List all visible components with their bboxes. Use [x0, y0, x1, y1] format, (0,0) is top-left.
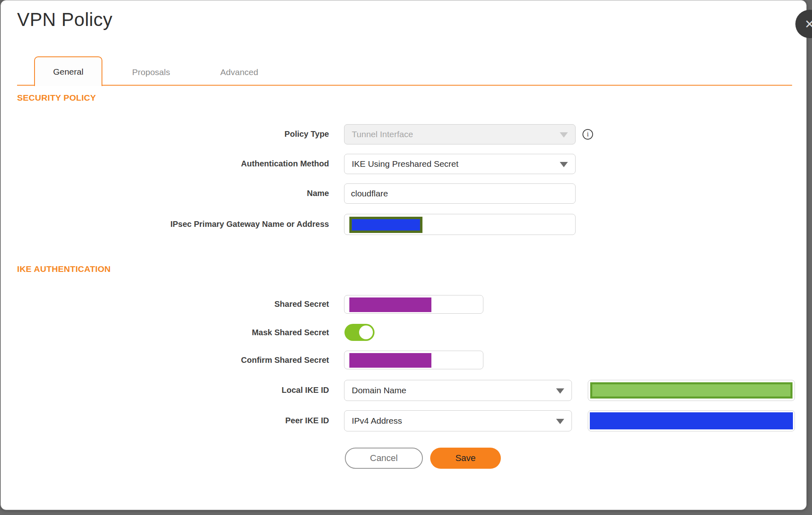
local-ike-id-select[interactable]: Domain Name — [344, 380, 572, 401]
local-ike-id-redaction-block — [590, 382, 793, 399]
auth-method-label: Authentication Method — [94, 159, 329, 168]
mask-shared-secret-label: Mask Shared Secret — [94, 328, 329, 337]
dropdown-caret-icon — [556, 419, 564, 424]
gateway-redaction-block — [349, 217, 422, 233]
confirm-shared-secret-input[interactable] — [344, 351, 483, 369]
local-ike-id-type-value: Domain Name — [352, 386, 406, 395]
name-input[interactable] — [344, 183, 576, 204]
toggle-knob — [359, 325, 373, 339]
policy-type-value: Tunnel Interface — [352, 129, 413, 139]
gateway-input[interactable] — [344, 214, 576, 235]
mask-shared-secret-toggle[interactable] — [344, 324, 375, 341]
vpn-policy-dialog: VPN Policy General Proposals Advanced SE… — [0, 0, 807, 510]
tab-proposals[interactable]: Proposals — [125, 65, 178, 79]
peer-ike-id-value-input[interactable] — [588, 410, 795, 431]
name-label: Name — [94, 189, 329, 198]
confirm-shared-secret-redaction-block — [349, 353, 431, 368]
peer-ike-id-redaction-block — [590, 412, 793, 429]
policy-type-label: Policy Type — [94, 129, 329, 139]
info-icon-glyph: i — [587, 130, 589, 138]
security-policy-heading: SECURITY POLICY — [17, 93, 96, 103]
ike-authentication-heading: IKE AUTHENTICATION — [17, 264, 111, 274]
tab-general[interactable]: General — [34, 56, 102, 86]
dropdown-caret-icon — [560, 162, 568, 167]
auth-method-value: IKE Using Preshared Secret — [352, 159, 459, 169]
tab-advanced[interactable]: Advanced — [213, 65, 266, 79]
peer-ike-id-label: Peer IKE ID — [94, 416, 329, 425]
auth-method-select[interactable]: IKE Using Preshared Secret — [344, 154, 576, 174]
close-icon: ✕ — [804, 17, 812, 31]
page-title: VPN Policy — [17, 9, 113, 30]
local-ike-id-label: Local IKE ID — [94, 386, 329, 395]
gateway-label: IPsec Primary Gateway Name or Address — [94, 220, 329, 229]
tab-advanced-label: Advanced — [220, 67, 258, 77]
peer-ike-id-select[interactable]: IPv4 Address — [344, 410, 572, 431]
dropdown-caret-icon — [560, 132, 568, 138]
shared-secret-input[interactable] — [344, 295, 483, 314]
shared-secret-label: Shared Secret — [94, 300, 329, 309]
confirm-shared-secret-label: Confirm Shared Secret — [94, 356, 329, 365]
dropdown-caret-icon — [556, 388, 564, 394]
tab-proposals-label: Proposals — [132, 67, 170, 77]
save-button[interactable]: Save — [430, 448, 501, 469]
shared-secret-redaction-block — [349, 297, 431, 312]
info-icon[interactable]: i — [582, 129, 593, 140]
tab-underline — [17, 85, 792, 86]
policy-type-select: Tunnel Interface — [344, 124, 576, 144]
peer-ike-id-type-value: IPv4 Address — [352, 416, 402, 426]
cancel-button[interactable]: Cancel — [345, 448, 423, 469]
tab-general-label: General — [53, 67, 84, 77]
local-ike-id-value-input[interactable] — [588, 380, 795, 401]
